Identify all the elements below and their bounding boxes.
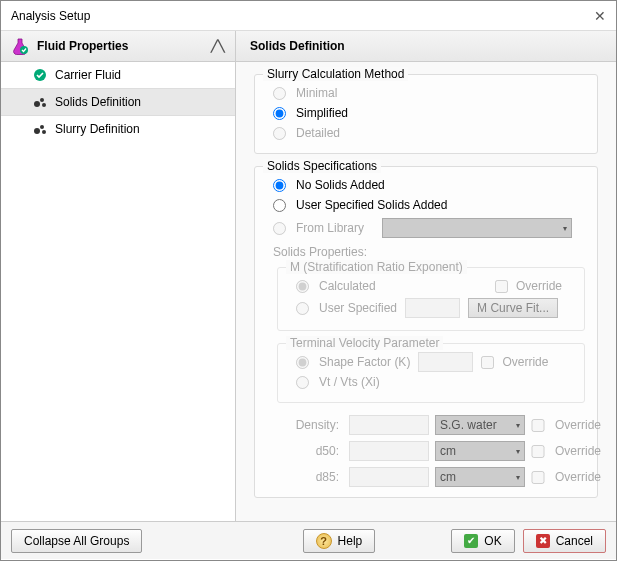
solids-properties-label: Solids Properties: (267, 241, 585, 261)
collapse-all-button[interactable]: Collapse All Groups (11, 529, 142, 553)
radio-shape-factor: Shape Factor (K) (290, 352, 410, 372)
radio-vt-vts: Vt / Vts (Xi) (290, 372, 572, 392)
density-label: Density: (273, 418, 343, 432)
radio-shape-factor-input (296, 356, 309, 369)
sidebar-item-carrier-fluid[interactable]: Carrier Fluid (1, 62, 235, 88)
density-unit-select: S.G. water (435, 415, 525, 435)
radio-calculated-input (296, 280, 309, 293)
radio-calculated: Calculated (290, 276, 495, 296)
chevron-up-icon: ╱╲ (211, 40, 225, 53)
density-d50-d85-grid: Density: S.G. water Override d50: cm Ove… (267, 415, 585, 487)
radio-user-specified-m: User Specified (296, 301, 397, 315)
radio-vt-vts-input (296, 376, 309, 389)
shape-factor-input (418, 352, 473, 372)
help-icon: ? (316, 533, 332, 549)
svg-point-5 (34, 128, 40, 134)
d85-unit-select: cm (435, 467, 525, 487)
tv-group: Terminal Velocity Parameter Shape Factor… (277, 343, 585, 403)
svg-point-2 (34, 101, 40, 107)
group-title: M (Stratification Ratio Exponent) (286, 260, 467, 274)
override-label: Override (555, 470, 615, 484)
override-label: Override (555, 444, 615, 458)
density-override-check (531, 419, 545, 432)
radio-simplified[interactable]: Simplified (267, 103, 585, 123)
sidebar-group-header[interactable]: Fluid Properties ╱╲ (1, 31, 235, 62)
radio-from-library: From Library (267, 215, 585, 241)
sidebar-item-label: Slurry Definition (55, 122, 140, 136)
d50-label: d50: (273, 444, 343, 458)
group-title: Slurry Calculation Method (263, 67, 408, 81)
m-value-input (405, 298, 460, 318)
content-panel: Solids Definition Slurry Calculation Met… (236, 31, 616, 521)
sidebar-item-label: Carrier Fluid (55, 68, 121, 82)
check-override-m: Override (495, 279, 562, 293)
check-override-m-input (495, 280, 508, 293)
ok-button[interactable]: ✔OK (451, 529, 514, 553)
m-curve-fit-button: M Curve Fit... (468, 298, 558, 318)
radio-user-solids-input[interactable] (273, 199, 286, 212)
radio-minimal: Minimal (267, 83, 585, 103)
flask-icon (11, 37, 29, 55)
check-icon (33, 68, 47, 82)
group-label: Fluid Properties (37, 39, 128, 53)
slurry-icon (33, 122, 47, 136)
radio-no-solids-input[interactable] (273, 179, 286, 192)
d50-unit-select: cm (435, 441, 525, 461)
check-icon: ✔ (464, 534, 478, 548)
radio-detailed-input (273, 127, 286, 140)
radio-detailed: Detailed (267, 123, 585, 143)
content-header: Solids Definition (236, 31, 616, 62)
radio-user-solids[interactable]: User Specified Solids Added (267, 195, 585, 215)
check-override-tv-input (481, 356, 494, 369)
radio-no-solids[interactable]: No Solids Added (267, 175, 585, 195)
sidebar-item-slurry-definition[interactable]: Slurry Definition (1, 116, 235, 142)
svg-point-3 (40, 98, 44, 102)
cancel-button[interactable]: ✖Cancel (523, 529, 606, 553)
density-input (349, 415, 429, 435)
slurry-method-group: Slurry Calculation Method Minimal Simpli… (254, 74, 598, 154)
d50-input (349, 441, 429, 461)
d50-override-check (531, 445, 545, 458)
radio-user-specified-m-input (296, 302, 309, 315)
window-title: Analysis Setup (11, 9, 90, 23)
radio-minimal-input (273, 87, 286, 100)
sidebar: Fluid Properties ╱╲ Carrier Fluid Solids… (1, 31, 236, 521)
group-title: Solids Specifications (263, 159, 381, 173)
svg-point-4 (42, 103, 46, 107)
svg-point-7 (42, 130, 46, 134)
footer: Collapse All Groups ?Help ✔OK ✖Cancel (1, 521, 616, 559)
override-label: Override (555, 418, 615, 432)
d85-input (349, 467, 429, 487)
svg-point-6 (40, 125, 44, 129)
solids-icon (33, 95, 47, 109)
m-group: M (Stratification Ratio Exponent) Calcul… (277, 267, 585, 331)
radio-simplified-input[interactable] (273, 107, 286, 120)
titlebar: Analysis Setup ✕ (1, 1, 616, 31)
solids-spec-group: Solids Specifications No Solids Added Us… (254, 166, 598, 498)
sidebar-item-label: Solids Definition (55, 95, 141, 109)
help-button[interactable]: ?Help (303, 529, 376, 553)
radio-from-library-input (273, 222, 286, 235)
group-title: Terminal Velocity Parameter (286, 336, 443, 350)
d85-label: d85: (273, 470, 343, 484)
check-override-tv: Override (481, 355, 548, 369)
x-icon: ✖ (536, 534, 550, 548)
close-icon[interactable]: ✕ (594, 8, 606, 24)
d85-override-check (531, 471, 545, 484)
sidebar-item-solids-definition[interactable]: Solids Definition (1, 88, 235, 116)
library-select (382, 218, 572, 238)
